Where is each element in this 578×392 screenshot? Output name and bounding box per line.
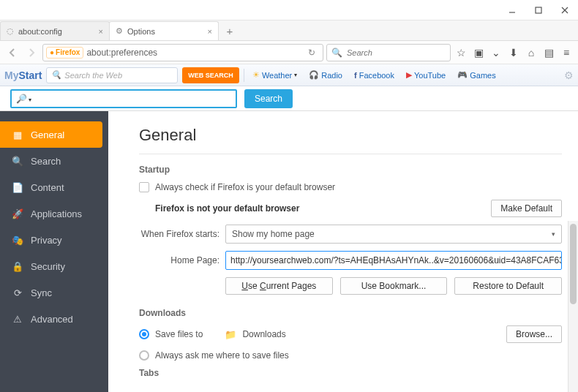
forward-button[interactable] [23, 45, 40, 61]
sidebar-item-general[interactable]: ▦General [0, 121, 102, 148]
always-check-checkbox[interactable] [139, 182, 149, 192]
mystart-logo[interactable]: MyStart [4, 69, 42, 81]
page-search-input[interactable] [36, 94, 231, 104]
mystart-settings-icon[interactable]: ⚙ [564, 69, 574, 81]
tab-options[interactable]: ⚙ Options × [109, 21, 219, 40]
home-icon[interactable]: ⌂ [524, 45, 538, 60]
page-search-box[interactable]: 🔎▾ [10, 89, 237, 108]
search-icon: 🔍 [12, 156, 23, 167]
youtube-icon: ▶ [406, 70, 412, 80]
mystart-toolbar: MyStart 🔍 Search the Web WEB SEARCH ☀Wea… [0, 64, 578, 86]
facebook-icon: f [354, 71, 357, 80]
search-icon: 🔍 [331, 48, 342, 58]
browser-search-input[interactable] [347, 48, 448, 57]
advanced-icon: ⚠ [12, 314, 23, 325]
window-titlebar [0, 0, 578, 20]
use-bookmark-button[interactable]: Use Bookmark... [340, 277, 448, 295]
new-tab-button[interactable]: + [221, 23, 239, 38]
divider [139, 154, 562, 154]
use-current-button[interactable]: UUse Current Pagesse Current Pages [225, 277, 333, 295]
url-input[interactable] [86, 48, 301, 58]
downloads-section-title: Downloads [139, 308, 562, 318]
always-ask-label: Always ask me where to save files [155, 350, 289, 361]
games-icon: 🎮 [457, 70, 468, 80]
always-check-row: Always check if Firefox is your default … [139, 182, 562, 192]
youtube-link[interactable]: ▶YouTube [402, 70, 449, 80]
when-starts-select[interactable]: Show my home page ▾ [225, 225, 562, 244]
home-page-input[interactable]: http://yoursearchweb.com/?ts=AHEqBHAsAHY… [225, 251, 562, 270]
general-icon: ▦ [12, 129, 23, 140]
preferences-main: ▦General 🔍Search 📄Content 🚀Applications … [0, 111, 578, 392]
browse-button[interactable]: Browse... [506, 325, 562, 343]
close-button[interactable] [552, 0, 578, 20]
applications-icon: 🚀 [12, 208, 23, 219]
sidebar-item-privacy[interactable]: 🎭Privacy [0, 227, 108, 253]
browser-search-box[interactable]: 🔍 [326, 44, 451, 61]
downloads-folder-label: Downloads [242, 329, 285, 339]
globe-icon: ◌ [7, 26, 14, 36]
maximize-button[interactable] [525, 0, 552, 20]
folder-icon: 📁 [225, 329, 236, 340]
privacy-icon: 🎭 [12, 235, 23, 246]
minimize-button[interactable] [499, 0, 525, 20]
games-link[interactable]: 🎮Games [454, 70, 499, 80]
chevron-down-icon: ▾ [552, 230, 555, 238]
preferences-content: General Startup Always check if Firefox … [108, 111, 578, 392]
startup-section-title: Startup [139, 165, 562, 175]
downloads-icon[interactable]: ⬇ [506, 45, 521, 60]
close-tab-icon[interactable]: × [99, 27, 103, 36]
tab-label: Options [127, 27, 155, 36]
save-files-radio[interactable] [139, 329, 149, 339]
reader-icon[interactable]: ▣ [471, 45, 486, 60]
web-search-button[interactable]: WEB SEARCH [182, 67, 239, 83]
scrollbar-thumb[interactable] [570, 224, 577, 304]
tab-label: about:config [18, 27, 62, 36]
bookmarks-list-icon[interactable]: ▤ [541, 45, 556, 60]
back-button[interactable] [4, 45, 20, 61]
search-icon: 🔍 [51, 70, 61, 80]
identity-badge: ●Firefox [46, 47, 83, 59]
reload-button[interactable]: ↻ [304, 45, 320, 61]
page-search-row: 🔎▾ Search [0, 86, 578, 111]
tabs-section-title: Tabs [139, 368, 562, 378]
close-tab-icon[interactable]: × [208, 27, 212, 36]
content-scrollbar[interactable] [568, 221, 578, 392]
lock-icon: 🔒 [12, 261, 23, 272]
tab-strip: ◌ about:config × ⚙ Options × + [0, 20, 578, 41]
menu-icon[interactable]: ≡ [559, 45, 574, 60]
not-default-label: Firefox is not your default browser [155, 203, 299, 214]
sidebar-item-advanced[interactable]: ⚠Advanced [0, 306, 108, 332]
sidebar-item-search[interactable]: 🔍Search [0, 148, 108, 174]
url-bar[interactable]: ●Firefox ↻ [42, 44, 323, 61]
facebook-link[interactable]: fFacebook [350, 71, 398, 80]
headphones-icon: 🎧 [309, 70, 319, 80]
navigation-toolbar: ●Firefox ↻ 🔍 ☆ ▣ ⌄ ⬇ ⌂ ▤ ≡ [0, 41, 578, 64]
make-default-button[interactable]: Make Default [491, 200, 562, 217]
weather-link[interactable]: ☀Weather▾ [249, 70, 301, 80]
sidebar-item-security[interactable]: 🔒Security [0, 253, 108, 279]
pocket-icon[interactable]: ⌄ [489, 45, 503, 60]
gear-icon: ⚙ [116, 26, 123, 36]
home-page-label: Home Page: [139, 255, 219, 265]
tab-about-config[interactable]: ◌ about:config × [0, 21, 110, 40]
always-ask-radio[interactable] [139, 350, 149, 361]
when-starts-label: When Firefox starts: [139, 229, 219, 239]
restore-default-button[interactable]: Restore to Default [454, 277, 562, 295]
sun-icon: ☀ [252, 70, 260, 80]
save-files-label: Save files to [155, 329, 203, 339]
mystart-search-input[interactable]: 🔍 Search the Web [46, 67, 178, 83]
search-button[interactable]: Search [244, 89, 293, 108]
radio-link[interactable]: 🎧Radio [305, 70, 346, 80]
always-check-label: Always check if Firefox is your default … [155, 182, 335, 192]
svg-rect-1 [536, 7, 541, 13]
content-icon: 📄 [12, 182, 23, 193]
page-title: General [139, 126, 562, 145]
sidebar-item-sync[interactable]: ⟳Sync [0, 279, 108, 306]
bookmark-star-icon[interactable]: ☆ [454, 45, 468, 60]
sidebar-item-content[interactable]: 📄Content [0, 174, 108, 200]
sidebar-item-applications[interactable]: 🚀Applications [0, 200, 108, 227]
sync-icon: ⟳ [12, 287, 23, 298]
search-provider-icon[interactable]: 🔎▾ [16, 94, 31, 104]
preferences-sidebar: ▦General 🔍Search 📄Content 🚀Applications … [0, 111, 108, 392]
